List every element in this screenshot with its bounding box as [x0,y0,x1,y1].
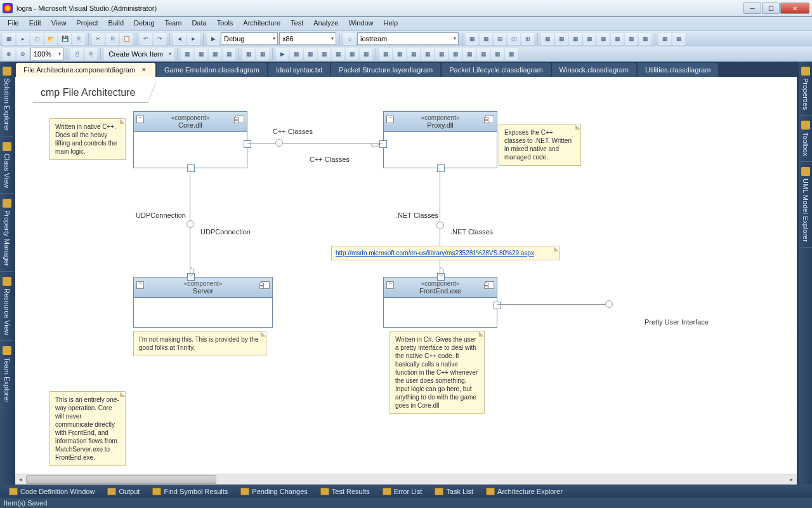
diagram-canvas[interactable]: cmp File Architecture ⌃ «component» Core… [15,77,797,474]
menu-file[interactable]: File [3,17,24,30]
tb-icon[interactable]: ▦ [466,32,478,45]
new-file-icon[interactable]: ◻ [30,32,43,45]
menu-architecture[interactable]: Architecture [238,17,285,30]
tw-test-results[interactable]: Test Results [315,486,375,497]
port[interactable] [187,164,195,172]
scroll-thumb[interactable] [26,475,216,484]
component-core[interactable]: ⌃ «component» Core.dll [133,111,247,168]
tb-icon[interactable]: ⎘ [84,48,97,60]
maximize-button[interactable]: ☐ [762,3,780,14]
tb-icon[interactable]: ▦ [223,48,235,60]
component-frontend[interactable]: ⌃ «component» FrontEnd.exe [383,277,497,328]
tb-icon[interactable]: ▦ [611,32,624,45]
tb-icon[interactable]: ▦ [491,48,504,60]
tb-icon[interactable]: ▦ [209,48,221,60]
tb-icon[interactable]: ▦ [583,32,596,45]
connector[interactable] [497,304,612,305]
config-combo[interactable]: Debug [221,32,278,45]
tb-icon[interactable]: ▦ [625,32,638,45]
tb-icon[interactable]: ▦ [435,48,448,60]
panel-tab-resource-view[interactable]: Resource View [0,272,13,341]
tb-icon[interactable]: ◫ [508,32,520,45]
tb-icon[interactable]: ▦ [346,48,358,60]
tb-icon[interactable]: ▦ [181,48,193,60]
tb-icon[interactable]: ▦ [407,48,420,60]
note-core[interactable]: Written in native C++. Does all the heav… [49,118,126,160]
cut-icon[interactable]: ✂ [92,32,105,45]
tb-icon[interactable]: ▦ [332,48,344,60]
tw-output[interactable]: Output [102,486,145,497]
panel-tab-uml-explorer[interactable]: UML Model Explorer [799,162,812,248]
close-icon[interactable]: ✕ [140,66,148,74]
connector[interactable] [247,143,383,144]
zoom-in-icon[interactable]: ⊕ [3,48,15,60]
tw-pending-changes[interactable]: Pending Changes [235,486,312,497]
nav-forward-icon[interactable]: ► [187,32,200,45]
tb-icon[interactable]: ▦ [505,48,518,60]
doc-tab-ideal-syntax[interactable]: Ideal syntax.txt [268,63,330,77]
add-item-icon[interactable]: ▸ [16,32,29,45]
horizontal-scrollbar[interactable]: ◄ ► [15,474,797,485]
collapse-icon[interactable]: ⌃ [136,116,144,123]
port[interactable] [244,140,251,148]
tb-icon[interactable]: ▤ [494,32,506,45]
zoom-combo[interactable]: 100% [30,48,63,60]
paste-icon[interactable]: 📋 [120,32,133,45]
tw-task-list[interactable]: Task List [429,486,478,497]
tb-icon[interactable]: ▦ [393,48,406,60]
note-frontend[interactable]: Written in C#. Gives the user a pretty i… [390,331,485,414]
tw-code-definition[interactable]: Code Definition Window [4,486,100,497]
tb-icon[interactable]: ▦ [463,48,476,60]
tb-icon[interactable]: ⎙ [70,48,83,60]
doc-tab-packet-lifecycle[interactable]: Packet Lifecycle.classdiagram [442,63,550,77]
menu-test[interactable]: Test [285,17,308,30]
port[interactable] [494,302,501,309]
copy-icon[interactable]: ⎘ [106,32,119,45]
save-icon[interactable]: 💾 [58,32,71,45]
open-file-icon[interactable]: 📂 [44,32,57,45]
menu-data[interactable]: Data [187,17,211,30]
note-proxy[interactable]: Exposes the C++ classes to .NET. Written… [499,124,581,166]
menu-edit[interactable]: Edit [24,17,46,30]
menu-help[interactable]: Help [379,17,403,30]
menu-build[interactable]: Build [103,17,129,30]
scroll-right-icon[interactable]: ► [786,474,797,485]
tb-icon[interactable]: ▦ [480,32,492,45]
menu-window[interactable]: Window [343,17,378,30]
tb-icon[interactable]: ▦ [555,32,568,45]
tb-icon[interactable]: ▦ [318,48,331,60]
panel-tab-property-manager[interactable]: Property Manager [0,194,13,272]
tw-find-symbol[interactable]: Find Symbol Results [147,486,233,497]
doc-tab-packet-structure[interactable]: Packet Structure.layerdiagram [331,63,440,77]
hyperlink[interactable]: http://msdn.microsoft.com/en-us/library/… [336,250,534,257]
tb-icon[interactable]: ▦ [658,32,671,45]
menu-project[interactable]: Project [71,17,103,30]
tb-icon[interactable]: ▦ [360,48,372,60]
port[interactable] [379,140,387,148]
tb-icon[interactable]: ▦ [639,32,652,45]
note-msdn[interactable]: http://msdn.microsoft.com/en-us/library/… [331,246,560,260]
tb-icon[interactable]: ▦ [569,32,582,45]
tb-icon[interactable]: ▦ [290,48,303,60]
collapse-icon[interactable]: ⌃ [386,116,394,123]
save-all-icon[interactable]: ⎘ [72,32,85,45]
tb-icon[interactable]: ▦ [541,32,554,45]
find-icon[interactable]: ⌕ [343,32,356,45]
tb-icon[interactable]: ▦ [672,32,685,45]
panel-tab-class-view[interactable]: Class View [0,137,13,194]
note-server[interactable]: I'm not making this. This is provided by… [133,331,266,356]
menu-debug[interactable]: Debug [129,17,159,30]
tw-error-list[interactable]: Error List [377,486,428,497]
menu-view[interactable]: View [46,17,72,30]
find-combo[interactable]: iostream [357,32,459,45]
collapse-icon[interactable]: ⌃ [136,281,144,289]
menu-team[interactable]: Team [160,17,187,30]
minimize-button[interactable]: ─ [743,3,761,14]
close-button[interactable]: ✕ [780,3,809,14]
tb-icon[interactable]: ▦ [379,48,392,60]
create-work-item-button[interactable]: Create Work Item [104,48,174,60]
tb-icon[interactable]: ▦ [242,48,255,60]
menu-analyze[interactable]: Analyze [308,17,343,30]
panel-tab-properties[interactable]: Properties [799,62,812,116]
tb-icon[interactable]: ▦ [256,48,269,60]
